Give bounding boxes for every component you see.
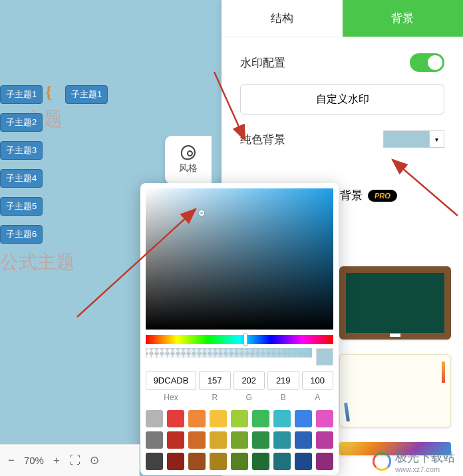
preset-swatch[interactable] <box>273 410 291 427</box>
mindmap-node[interactable]: 子主题5 <box>0 197 43 216</box>
a-input[interactable] <box>302 371 334 390</box>
mindmap-node[interactable]: 子主题2 <box>0 113 43 132</box>
preset-swatch[interactable] <box>316 410 333 427</box>
hue-slider[interactable] <box>146 335 333 344</box>
locate-button[interactable]: ⊙ <box>90 453 99 467</box>
style-button[interactable]: 风格 <box>165 136 212 184</box>
preset-swatch[interactable] <box>167 410 184 427</box>
mindmap-node[interactable]: 子主题4 <box>0 169 43 188</box>
site-url: www.xz7.com <box>395 465 455 473</box>
ghost-text: 公式主题 <box>0 250 75 275</box>
preset-swatch[interactable] <box>146 410 163 427</box>
preset-swatch[interactable] <box>316 453 333 470</box>
preset-swatch[interactable] <box>231 410 248 427</box>
preset-swatch[interactable] <box>295 431 312 449</box>
preset-grid <box>146 410 333 470</box>
zoom-value: 70% <box>24 455 44 466</box>
preset-swatch[interactable] <box>210 453 227 470</box>
preset-swatch[interactable] <box>146 453 163 470</box>
site-icon <box>373 452 391 471</box>
preset-swatch[interactable] <box>252 431 269 449</box>
g-input[interactable] <box>233 371 265 390</box>
mindmap-node[interactable]: 子主题6 <box>0 225 43 244</box>
preset-swatch[interactable] <box>188 410 206 427</box>
palette-icon <box>181 145 196 160</box>
bracket-icon: { <box>45 83 52 102</box>
preset-swatch[interactable] <box>295 453 312 470</box>
preset-swatch[interactable] <box>231 431 248 449</box>
alpha-slider[interactable] <box>146 348 312 357</box>
color-preview <box>316 348 333 365</box>
preset-swatch[interactable] <box>146 431 163 449</box>
r-input[interactable] <box>199 371 231 390</box>
r-label: R <box>199 393 231 402</box>
hue-thumb[interactable] <box>243 334 247 346</box>
pro-badge: PRO <box>368 190 397 202</box>
site-name: 极光下载站 <box>395 449 455 465</box>
preset-swatch[interactable] <box>188 453 206 470</box>
preset-swatch[interactable] <box>295 410 312 427</box>
preset-swatch[interactable] <box>188 431 206 449</box>
watermark-toggle[interactable] <box>410 53 444 72</box>
color-picker: Hex R G B A <box>140 183 339 475</box>
watermark-label: 水印配置 <box>240 55 285 71</box>
preset-swatch[interactable] <box>252 410 269 427</box>
preset-swatch[interactable] <box>273 431 291 449</box>
hex-label: Hex <box>146 393 196 402</box>
preset-swatch[interactable] <box>167 453 184 470</box>
a-label: A <box>302 393 334 402</box>
hex-input[interactable] <box>146 371 196 390</box>
mindmap-node[interactable]: 子主题1 <box>0 85 43 104</box>
bg-color-dropdown[interactable]: ▾ <box>430 130 444 148</box>
preset-swatch[interactable] <box>273 453 291 470</box>
fit-button[interactable]: ⛶ <box>69 454 80 467</box>
bg-color-swatch[interactable] <box>383 130 430 148</box>
custom-bg-label: 背景 <box>340 188 363 203</box>
zoom-toolbar: − 70% + ⛶ ⊙ <box>0 444 140 476</box>
zoom-in-button[interactable]: + <box>53 454 60 467</box>
preset-swatch[interactable] <box>210 431 227 449</box>
preset-swatch[interactable] <box>167 431 184 449</box>
bg-thumb-chalkboard[interactable] <box>339 266 451 340</box>
preset-swatch[interactable] <box>210 410 227 427</box>
custom-watermark-button[interactable]: 自定义水印 <box>240 84 444 115</box>
g-label: G <box>233 393 265 402</box>
preset-swatch[interactable] <box>231 453 248 470</box>
bg-thumb-memo[interactable] <box>339 354 451 427</box>
b-label: B <box>267 393 299 402</box>
saturation-marker[interactable] <box>199 210 204 216</box>
tab-background[interactable]: 背景 <box>343 0 464 37</box>
preset-swatch[interactable] <box>316 431 333 449</box>
mindmap-node[interactable]: 子主题1 <box>65 85 108 104</box>
zoom-out-button[interactable]: − <box>8 454 15 467</box>
preset-swatch[interactable] <box>252 453 269 470</box>
tab-structure[interactable]: 结构 <box>222 0 343 37</box>
style-label: 风格 <box>179 162 198 174</box>
saturation-area[interactable] <box>146 188 333 330</box>
site-watermark: 极光下载站 www.xz7.com <box>373 449 455 473</box>
mindmap-node[interactable]: 子主题3 <box>0 141 43 160</box>
solid-bg-label: 纯色背景 <box>240 132 285 147</box>
b-input[interactable] <box>267 371 299 390</box>
